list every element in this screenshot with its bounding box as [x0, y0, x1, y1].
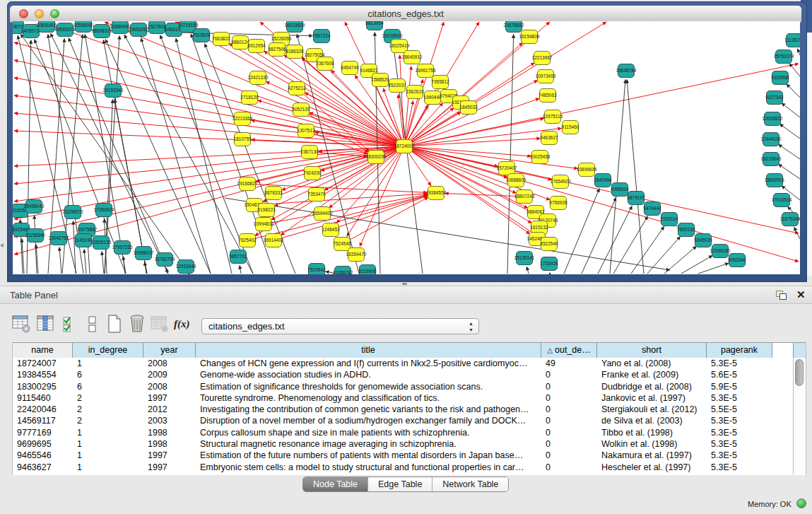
- cell[interactable]: 9115460: [13, 392, 73, 404]
- cell[interactable]: 1998: [143, 438, 196, 450]
- graph-node[interactable]: 7485063: [539, 89, 557, 103]
- graph-node[interactable]: 8522037: [388, 79, 406, 93]
- graph-node[interactable]: 16782759: [155, 253, 175, 267]
- graph-node[interactable]: 9474444: [643, 202, 661, 216]
- graph-node[interactable]: 8052340: [728, 254, 746, 267]
- graph-edge[interactable]: [412, 139, 541, 146]
- cell[interactable]: 0: [541, 392, 597, 404]
- graph-edge[interactable]: [412, 128, 562, 145]
- graph-node[interactable]: 15720407: [497, 162, 517, 175]
- graph-node[interactable]: 9198223: [257, 204, 276, 217]
- graph-node[interactable]: 1640954: [594, 174, 612, 187]
- graph-node[interactable]: 4522540: [540, 238, 558, 251]
- graph-edge[interactable]: [412, 148, 799, 262]
- graph-node[interactable]: 19565370: [55, 23, 76, 37]
- cell[interactable]: Stergiakouli et al. (2012): [597, 404, 707, 415]
- graph-node[interactable]: 7353470: [307, 188, 326, 201]
- table-row[interactable]: 1872400712008Changes of HCN gene express…: [13, 358, 794, 369]
- cell[interactable]: 1997: [143, 450, 196, 461]
- cell[interactable]: 1997: [143, 392, 196, 404]
- graph-node[interactable]: 8912954: [247, 40, 266, 53]
- create-column-icon[interactable]: [105, 314, 124, 334]
- tab-node-table[interactable]: Node Table: [303, 477, 368, 491]
- table-scrollbar-thumb[interactable]: [795, 359, 804, 386]
- graph-edge[interactable]: [14, 131, 396, 146]
- graph-edge[interactable]: [338, 196, 428, 227]
- graph-node[interactable]: 9245020: [694, 234, 712, 247]
- cell[interactable]: 0: [541, 427, 597, 438]
- cell[interactable]: Corpus callosum shape and size in male p…: [196, 427, 541, 438]
- graph-node[interactable]: 17957255: [112, 241, 133, 255]
- graph-edge[interactable]: [681, 255, 712, 274]
- graph-edge[interactable]: [787, 84, 800, 98]
- cell[interactable]: 0: [541, 404, 597, 415]
- graph-node[interactable]: 8454749: [341, 62, 359, 75]
- column-header-in_degree[interactable]: in_degree: [73, 343, 143, 358]
- graph-node[interactable]: 16033809: [285, 21, 305, 33]
- graph-node[interactable]: 16154808: [519, 30, 540, 44]
- graph-edge[interactable]: [349, 197, 428, 240]
- cell[interactable]: 6: [73, 381, 143, 392]
- cell[interactable]: 1: [73, 462, 143, 473]
- graph-node[interactable]: 20153346: [103, 84, 124, 98]
- cell[interactable]: 2003: [143, 415, 196, 426]
- table-scrollbar[interactable]: [793, 358, 806, 474]
- cell[interactable]: 0: [541, 369, 597, 380]
- graph-edge[interactable]: [412, 147, 578, 168]
- cell[interactable]: Changes of HCN gene expression and I(f) …: [196, 358, 541, 369]
- graph-edge[interactable]: [445, 193, 517, 196]
- graph-node[interactable]: 15135141: [514, 252, 535, 265]
- graph-node[interactable]: 8813054: [365, 21, 384, 30]
- graph-node[interactable]: 17016534: [772, 194, 792, 207]
- graph-edge[interactable]: [84, 249, 86, 274]
- graph-node[interactable]: 12213363: [233, 112, 253, 126]
- close-panel-icon[interactable]: ✕: [796, 288, 806, 301]
- tab-edge-table[interactable]: Edge Table: [368, 477, 433, 491]
- graph-edge[interactable]: [176, 38, 232, 274]
- graph-edge[interactable]: [698, 263, 729, 274]
- cell[interactable]: Wolkin et al. (1998): [597, 438, 707, 450]
- graph-edge[interactable]: [14, 95, 396, 146]
- column-header-year[interactable]: year: [143, 343, 196, 358]
- graph-edge[interactable]: [59, 247, 61, 274]
- cell[interactable]: Yano et al. (2008): [597, 358, 707, 369]
- graph-node[interactable]: 18640910: [402, 51, 423, 64]
- graph-node[interactable]: 7524542: [307, 264, 326, 275]
- cell[interactable]: 5.6E-5: [707, 369, 772, 380]
- graph-node[interactable]: 9227342: [765, 91, 784, 105]
- table-row[interactable]: 1830029562008Estimation of significance …: [13, 381, 794, 392]
- graph-node[interactable]: 9216906: [358, 265, 377, 275]
- table-row[interactable]: 1938455462009Genome-wide association stu…: [13, 369, 794, 380]
- graph-edge[interactable]: [778, 144, 800, 159]
- graph-node[interactable]: 20206576: [63, 206, 83, 219]
- cell[interactable]: 2: [73, 415, 143, 426]
- cell[interactable]: 0: [541, 415, 597, 426]
- cell[interactable]: 0: [541, 438, 597, 450]
- cell[interactable]: 2: [73, 392, 143, 404]
- table-row[interactable]: 1456911722003Disruption of a novel membe…: [13, 415, 794, 426]
- graph-edge[interactable]: [664, 246, 696, 274]
- graph-node[interactable]: 6879197: [627, 192, 645, 205]
- cell[interactable]: 5.3E-5: [707, 358, 772, 369]
- cell[interactable]: 5.3E-5: [707, 450, 772, 461]
- cell[interactable]: Tourette syndrome. Phenomenology and cla…: [196, 392, 541, 404]
- cell[interactable]: 1: [73, 438, 143, 450]
- graph-node[interactable]: 7857224: [312, 30, 331, 43]
- graph-node[interactable]: 13042757: [49, 232, 69, 245]
- cell[interactable]: 0: [541, 450, 597, 461]
- graph-node[interactable]: 12444190: [761, 133, 782, 146]
- graph-node[interactable]: 11675340: [780, 213, 800, 226]
- cell[interactable]: 2: [73, 404, 143, 415]
- graph-edge[interactable]: [189, 274, 189, 274]
- graph-node[interactable]: 1307513: [297, 124, 315, 138]
- graph-node[interactable]: 7924200: [303, 167, 322, 180]
- cell[interactable]: 5.3E-5: [707, 415, 772, 426]
- graph-edge[interactable]: [14, 113, 396, 146]
- graph-node[interactable]: 10958107: [134, 247, 154, 260]
- graph-node[interactable]: 9463627: [540, 132, 558, 145]
- graph-edge[interactable]: [627, 79, 644, 274]
- graph-node[interactable]: 1527602: [148, 21, 166, 34]
- graph-edge[interactable]: [141, 38, 211, 274]
- unselect-all-columns-icon[interactable]: [83, 314, 103, 334]
- graph-node[interactable]: 16648784: [616, 64, 637, 78]
